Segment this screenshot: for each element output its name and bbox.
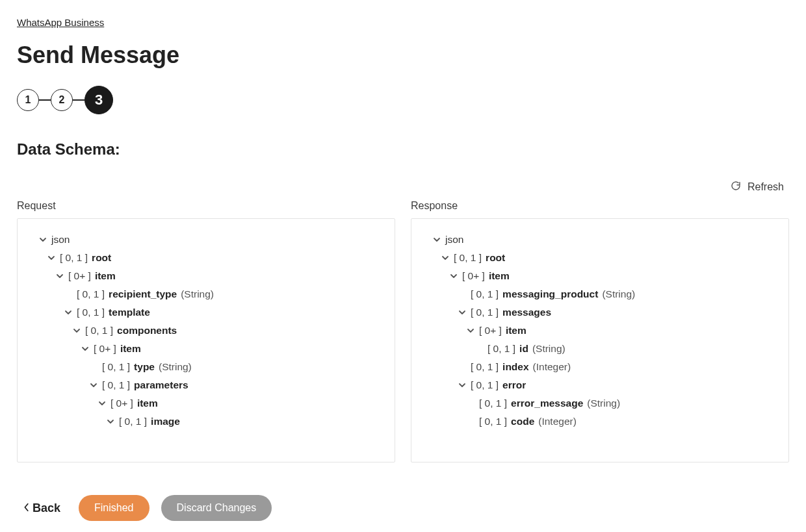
cardinality-label: [ 0, 1 ] (471, 379, 499, 391)
field-name: root (486, 252, 505, 264)
cardinality-label: [ 0, 1 ] (119, 416, 147, 427)
cardinality-label: [ 0, 1 ] (454, 252, 482, 264)
chevron-down-icon[interactable] (72, 327, 81, 335)
cardinality-label: [ 0, 1 ] (488, 343, 515, 355)
field-name: error (502, 379, 526, 391)
field-name: item (489, 270, 510, 282)
field-type: (String) (532, 343, 566, 355)
chevron-down-icon[interactable] (458, 309, 467, 316)
request-label: Request (17, 200, 395, 212)
cardinality-label: [ 0, 1 ] (60, 252, 88, 264)
field-name: messages (502, 307, 551, 318)
step-connector (73, 99, 84, 101)
field-name: json (445, 234, 463, 246)
request-tree-row: json (28, 231, 384, 249)
refresh-button[interactable]: Refresh (725, 178, 789, 196)
chevron-down-icon[interactable] (47, 254, 56, 262)
field-name: code (511, 416, 534, 427)
back-label: Back (32, 501, 60, 515)
field-name: item (120, 343, 141, 355)
cardinality-label: [ 0, 1 ] (85, 325, 113, 336)
request-tree-row: [ 0+ ] item (28, 340, 384, 358)
cardinality-label: [ 0, 1 ] (471, 288, 499, 300)
field-name: root (92, 252, 111, 264)
finished-button[interactable]: Finished (79, 495, 149, 521)
page-title: Send Message (17, 42, 789, 69)
response-tree-row: [ 0, 1 ] messaging_product (String) (422, 285, 778, 303)
cardinality-label: [ 0, 1 ] (102, 361, 130, 373)
cardinality-label: [ 0, 1 ] (471, 307, 499, 318)
request-tree-row: [ 0, 1 ] components (28, 322, 384, 340)
request-panel: json[ 0, 1 ] root[ 0+ ] item[ 0, 1 ] rec… (17, 218, 395, 462)
chevron-down-icon[interactable] (458, 381, 467, 389)
step-connector (39, 99, 51, 101)
chevron-down-icon[interactable] (432, 236, 441, 244)
chevron-down-icon[interactable] (89, 381, 98, 389)
cardinality-label: [ 0, 1 ] (77, 288, 105, 300)
field-name: json (51, 234, 70, 246)
cardinality-label: [ 0+ ] (479, 325, 502, 336)
field-type: (Integer) (533, 361, 571, 373)
cardinality-label: [ 0, 1 ] (479, 416, 507, 427)
request-tree-row: [ 0+ ] item (28, 394, 384, 412)
request-tree-row: [ 0, 1 ] image (28, 412, 384, 431)
field-name: type (134, 361, 155, 373)
chevron-down-icon[interactable] (38, 236, 47, 244)
response-tree-row: [ 0, 1 ] root (422, 249, 778, 267)
chevron-down-icon[interactable] (64, 309, 73, 316)
stepper: 123 (17, 86, 789, 114)
chevron-down-icon[interactable] (81, 345, 90, 353)
chevron-down-icon[interactable] (449, 272, 458, 280)
field-name: template (109, 307, 150, 318)
response-tree-row: [ 0, 1 ] code (Integer) (422, 412, 778, 431)
cardinality-label: [ 0, 1 ] (77, 307, 105, 318)
field-name: image (151, 416, 180, 427)
field-type: (String) (159, 361, 192, 373)
step-1[interactable]: 1 (17, 89, 39, 111)
request-tree-row: [ 0, 1 ] root (28, 249, 384, 267)
refresh-icon (731, 181, 741, 194)
refresh-label: Refresh (748, 181, 784, 193)
response-panel: json[ 0, 1 ] root[ 0+ ] item[ 0, 1 ] mes… (411, 218, 789, 462)
field-name: item (506, 325, 526, 336)
cardinality-label: [ 0, 1 ] (102, 379, 130, 391)
response-tree-row: [ 0, 1 ] id (String) (422, 340, 778, 358)
field-name: index (502, 361, 528, 373)
response-tree-row: [ 0, 1 ] error_message (String) (422, 394, 778, 412)
response-tree-row: [ 0, 1 ] index (Integer) (422, 358, 778, 376)
response-label: Response (411, 200, 789, 212)
cardinality-label: [ 0+ ] (110, 398, 133, 409)
chevron-down-icon[interactable] (98, 399, 107, 407)
response-tree-row: [ 0, 1 ] error (422, 376, 778, 394)
field-type: (String) (587, 398, 620, 409)
chevron-left-icon (23, 501, 30, 515)
step-2[interactable]: 2 (51, 89, 73, 111)
chevron-down-icon[interactable] (55, 272, 64, 280)
response-tree-row: json (422, 231, 778, 249)
field-name: item (95, 270, 116, 282)
request-tree-row: [ 0+ ] item (28, 267, 384, 285)
field-name: error_message (511, 398, 583, 409)
field-name: recipient_type (109, 288, 177, 300)
response-tree-row: [ 0, 1 ] messages (422, 303, 778, 322)
field-type: (String) (181, 288, 214, 300)
request-tree-row: [ 0, 1 ] template (28, 303, 384, 322)
chevron-down-icon[interactable] (441, 254, 450, 262)
request-tree-row: [ 0, 1 ] recipient_type (String) (28, 285, 384, 303)
cardinality-label: [ 0, 1 ] (479, 398, 507, 409)
back-button[interactable]: Back (17, 498, 67, 519)
field-name: parameters (134, 379, 188, 391)
request-tree-row: [ 0, 1 ] parameters (28, 376, 384, 394)
breadcrumb-link[interactable]: WhatsApp Business (17, 17, 104, 28)
chevron-down-icon[interactable] (466, 327, 475, 335)
field-name: messaging_product (502, 288, 598, 300)
response-tree-row: [ 0+ ] item (422, 322, 778, 340)
cardinality-label: [ 0+ ] (68, 270, 91, 282)
field-name: components (117, 325, 177, 336)
discard-button[interactable]: Discard Changes (161, 495, 272, 521)
response-tree-row: [ 0+ ] item (422, 267, 778, 285)
step-3[interactable]: 3 (84, 86, 113, 114)
section-heading: Data Schema: (17, 140, 789, 158)
chevron-down-icon[interactable] (106, 418, 115, 425)
cardinality-label: [ 0+ ] (462, 270, 485, 282)
